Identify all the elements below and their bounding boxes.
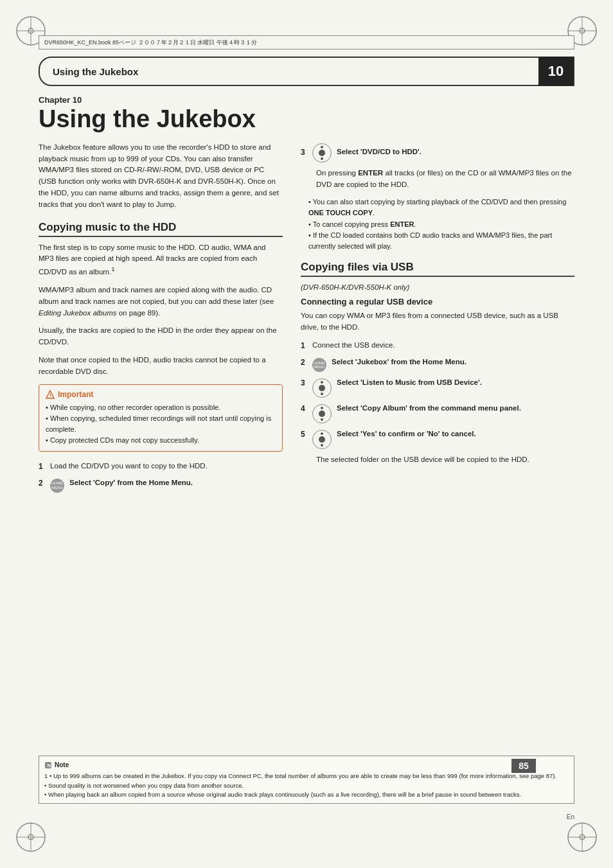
important-box: ! Important While copying, no other reco…: [39, 384, 283, 452]
step-1-load: 1 Load the CD/DVD you want to copy to th…: [39, 461, 283, 472]
usb-step-5-num: 5: [301, 429, 310, 440]
usb-intro: You can copy WMA or MP3 files from a con…: [301, 310, 574, 333]
step-2-num: 2: [39, 477, 48, 489]
usb-step-4-text: Select 'Copy Album' from the command men…: [337, 403, 574, 414]
step-2-copy: 2 HOMEMENU Select 'Copy' from the Home M…: [39, 477, 283, 493]
usb-step-3-num: 3: [301, 377, 310, 389]
usb-step-4-num: 4: [301, 403, 310, 414]
section-copy-music-title: Copying music to the HDD: [39, 221, 283, 237]
note-title: N Note: [44, 760, 569, 770]
header-bar: DVR650HK_KC_EN.book 85ページ ２００７年２月２１日 水曜日…: [39, 35, 574, 49]
usb-step-1-text: Connect the USB device.: [312, 340, 574, 351]
corner-decoration-bl: [12, 818, 50, 856]
chapter-label: Chapter 10: [39, 95, 574, 105]
usb-step-5: 5 Select 'Yes' to confirm or 'No' to can…: [301, 429, 574, 449]
usb-step-3-icon: [312, 378, 332, 398]
header-text: DVR650HK_KC_EN.book 85ページ ２００７年２月２１日 水曜日…: [44, 39, 257, 47]
section-copy-music: Copying music to the HDD The first step …: [39, 221, 283, 493]
usb-step-3-text: Select 'Listen to Music from USB Device'…: [337, 377, 574, 388]
page-lang: En: [567, 813, 574, 820]
usb-step-5-icon: [312, 430, 332, 449]
step-2-text: Select 'Copy' from the Home Menu.: [69, 477, 283, 488]
copy-music-para3: Usually, the tracks are copied to the HD…: [39, 325, 283, 348]
page-number: 85: [511, 759, 536, 773]
usb-step-1-num: 1: [301, 340, 310, 351]
usb-step-4-icon: [312, 404, 332, 423]
usb-step-2: 2 HOMEMENU Select 'Jukebox' from the Hom…: [301, 357, 574, 372]
copy-music-para1: The first step is to copy some music to …: [39, 242, 283, 278]
home-menu-icon: HOMEMENU: [50, 479, 64, 493]
important-item-1: While copying, no other recorder operati…: [46, 402, 276, 413]
page-title: Using the Jukebox: [39, 106, 574, 133]
usb-home-menu-icon: HOMEMENU: [312, 358, 326, 372]
important-item-2: When copying, scheduled timer recordings…: [46, 413, 276, 435]
usb-subsection-title: Connecting a regular USB device: [301, 297, 574, 306]
usb-step-1: 1 Connect the USB device.: [301, 340, 574, 351]
svg-text:N: N: [48, 763, 51, 768]
usb-step-4: 4 Select 'Copy Album' from the command m…: [301, 403, 574, 423]
note-box: N Note 1 • Up to 999 albums can be creat…: [39, 756, 574, 804]
svg-text:!: !: [49, 393, 51, 398]
warning-icon: !: [46, 390, 55, 399]
usb-step-5-text: Select 'Yes' to confirm or 'No' to cance…: [337, 429, 574, 439]
usb-step-2-num: 2: [301, 357, 310, 368]
two-column-layout: The Jukebox feature allows you to use th…: [39, 142, 574, 498]
usb-step-3: 3 Select 'Listen to Music from USB Devic…: [301, 377, 574, 398]
step-3-label: Select 'DVD/CD to HDD'.: [337, 146, 574, 157]
step-3-dvd: 3 Select 'DVD/CD to HDD'. On pressing EN…: [301, 142, 574, 252]
step-3-detail: On pressing ENTER all tracks (or files) …: [316, 168, 574, 191]
step-1-num: 1: [39, 461, 48, 472]
step-3-bullets: You can also start copying by starting p…: [308, 197, 574, 251]
important-item-3: Copy protected CDs may not copy successf…: [46, 435, 276, 446]
section-copy-usb: Copying files via USB (DVR-650H-K/DVR-55…: [301, 261, 574, 466]
main-content: Chapter 10 Using the Jukebox The Jukebox…: [39, 95, 574, 804]
note-item-3: • When playing back an album copied from…: [44, 790, 569, 799]
bullet-1: You can also start copying by starting p…: [308, 197, 574, 218]
intro-text: The Jukebox feature allows you to use th…: [39, 142, 283, 211]
usb-subtitle: (DVR-650H-K/DVR-550H-K only): [301, 282, 574, 294]
note-icon: N: [44, 761, 52, 769]
note-item-2: • Sound quality is not worsened when you…: [44, 781, 569, 790]
corner-decoration-br: [563, 818, 601, 856]
usb-step-2-text: Select 'Jukebox' from the Home Menu.: [332, 357, 574, 368]
important-list: While copying, no other recorder operati…: [46, 402, 276, 446]
left-column: The Jukebox feature allows you to use th…: [39, 142, 283, 498]
bullet-2: To cancel copying press ENTER.: [308, 219, 574, 230]
chapter-header-title: Using the Jukebox: [40, 66, 138, 77]
copy-music-para4: Note that once copied to the HDD, audio …: [39, 355, 283, 378]
usb-step-5-detail: The selected folder on the USB device wi…: [316, 454, 574, 466]
step-3-icon: [312, 143, 332, 163]
important-title: ! Important: [46, 390, 276, 399]
bullet-3: If the CD loaded contains both CD audio …: [308, 230, 574, 252]
step-1-text: Load the CD/DVD you want to copy to the …: [50, 461, 283, 472]
section-copy-usb-title: Copying files via USB: [301, 261, 574, 277]
chapter-header: Using the Jukebox 10: [39, 57, 574, 86]
step-3-num: 3: [301, 146, 310, 158]
note-item-1: 1 • Up to 999 albums can be created in t…: [44, 772, 569, 781]
copy-music-para2: WMA/MP3 album and track names are copied…: [39, 285, 283, 319]
page: DVR650HK_KC_EN.book 85ページ ２００７年２月２１日 水曜日…: [0, 0, 613, 868]
chapter-number: 10: [538, 57, 573, 86]
right-column: 3 Select 'DVD/CD to HDD'. On pressing EN…: [301, 142, 574, 498]
